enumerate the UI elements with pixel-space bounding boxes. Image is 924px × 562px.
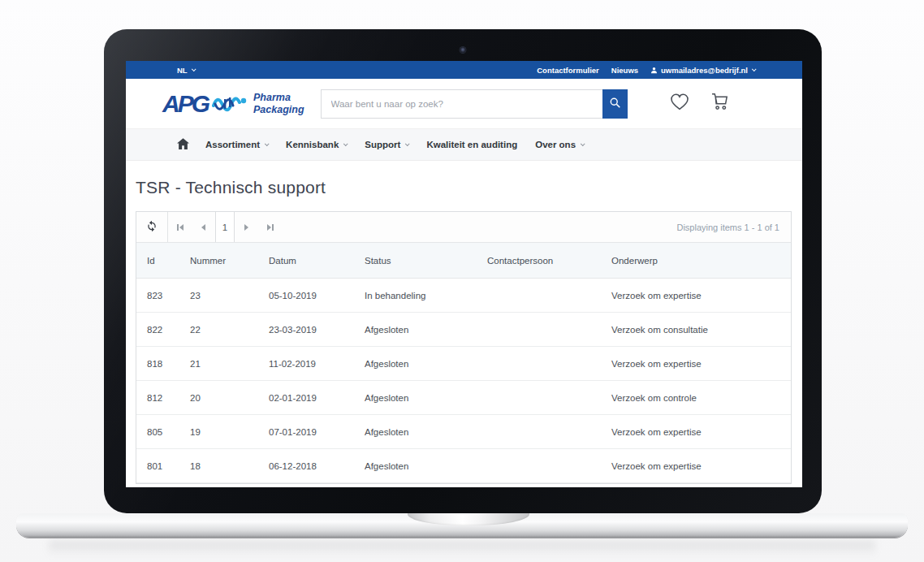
heart-icon: [669, 93, 690, 115]
laptop-base: [16, 513, 908, 538]
logo[interactable]: APG Pharma Packaging: [162, 92, 304, 116]
page-content: TSR - Technisch support: [126, 178, 802, 484]
column-header-datum[interactable]: Datum: [258, 256, 354, 266]
logo-brand-text: APG: [162, 92, 208, 116]
chevron-down-icon: [265, 141, 270, 146]
grid-toolbar: 1 Displaying items 1 - 1 of 1: [136, 212, 791, 243]
pager-current-page[interactable]: 1: [215, 212, 235, 242]
chevron-down-icon: [343, 141, 348, 146]
home-icon: [177, 138, 189, 151]
topbar: NL Contactformulier Nieuws uwmailadres@b…: [126, 61, 802, 79]
grid-header-row: Id Nummer Datum Status Contactpersoon On…: [136, 243, 791, 279]
column-header-status[interactable]: Status: [354, 256, 477, 266]
search-bar: [321, 89, 628, 119]
column-header-contactpersoon[interactable]: Contactpersoon: [477, 256, 601, 266]
support-tickets-grid: 1 Displaying items 1 - 1 of 1 Id Nummer …: [136, 211, 792, 484]
pager-prev-button[interactable]: [192, 212, 215, 242]
column-header-nummer[interactable]: Nummer: [179, 256, 258, 266]
user-icon: [650, 67, 658, 74]
grid-status-text: Displaying items 1 - 1 of 1: [676, 223, 791, 232]
laptop-bezel: NL Contactformulier Nieuws uwmailadres@b…: [104, 29, 822, 513]
main-nav: Assortiment Kennisbank Support Kwaliteit…: [126, 128, 802, 161]
nav-home[interactable]: [177, 138, 189, 151]
refresh-button[interactable]: [136, 212, 167, 242]
dna-icon: [212, 92, 248, 116]
first-page-icon: [179, 224, 184, 231]
website: NL Contactformulier Nieuws uwmailadres@b…: [126, 61, 802, 487]
nav-item-kwaliteit-en-auditing[interactable]: Kwaliteit en auditing: [426, 140, 517, 149]
prev-page-icon: [201, 224, 205, 231]
chevron-down-icon: [752, 67, 757, 71]
table-row[interactable]: 823 23 05-10-2019 In behandeling Verzoek…: [136, 279, 791, 313]
table-row[interactable]: 818 21 11-02-2019 Afgesloten Verzoek om …: [136, 347, 791, 381]
cart-button[interactable]: [710, 93, 729, 115]
last-page-icon: [267, 224, 271, 231]
search-icon: [609, 97, 621, 111]
logo-tagline: Pharma Packaging: [253, 92, 304, 115]
nav-item-assortiment[interactable]: Assortiment: [205, 140, 268, 149]
nav-item-kennisbank[interactable]: Kennisbank: [286, 140, 347, 149]
search-button[interactable]: [602, 89, 628, 119]
table-row[interactable]: 805 19 07-01-2019 Afgesloten Verzoek om …: [136, 415, 791, 449]
webcam: [460, 47, 466, 53]
page-title: TSR - Technisch support: [136, 178, 792, 197]
account-email: uwmailadres@bedrijf.nl: [661, 66, 748, 75]
account-menu[interactable]: uwmailadres@bedrijf.nl: [650, 66, 755, 75]
chevron-down-icon: [192, 67, 196, 71]
column-header-id[interactable]: Id: [136, 256, 179, 266]
pager-first-button[interactable]: [168, 212, 192, 242]
search-input[interactable]: [321, 89, 602, 119]
nav-item-support[interactable]: Support: [365, 140, 408, 149]
column-header-onderwerp[interactable]: Onderwerp: [601, 256, 791, 266]
table-row[interactable]: 801 18 06-12-2018 Afgesloten Verzoek om …: [136, 449, 791, 483]
laptop-screen: NL Contactformulier Nieuws uwmailadres@b…: [126, 61, 802, 487]
table-row[interactable]: 812 20 02-01-2019 Afgesloten Verzoek om …: [136, 381, 791, 415]
cart-icon: [710, 93, 729, 115]
site-header: APG Pharma Packaging: [126, 79, 802, 128]
nav-item-over-ons[interactable]: Over ons: [535, 140, 584, 149]
table-row[interactable]: 822 22 23-03-2019 Afgesloten Verzoek om …: [136, 313, 791, 347]
refresh-icon: [146, 220, 158, 235]
pager-next-button[interactable]: [235, 212, 258, 242]
topbar-link-nieuws[interactable]: Nieuws: [611, 66, 638, 75]
laptop-reflection: [49, 541, 875, 559]
language-label: NL: [177, 66, 188, 75]
pager-last-button[interactable]: [258, 212, 282, 242]
topbar-link-contactformulier[interactable]: Contactformulier: [537, 66, 599, 75]
language-selector[interactable]: NL: [177, 66, 195, 75]
wishlist-button[interactable]: [669, 93, 690, 115]
chevron-down-icon: [405, 141, 410, 146]
next-page-icon: [244, 224, 248, 231]
laptop-base-notch: [408, 513, 529, 525]
chevron-down-icon: [581, 141, 585, 146]
